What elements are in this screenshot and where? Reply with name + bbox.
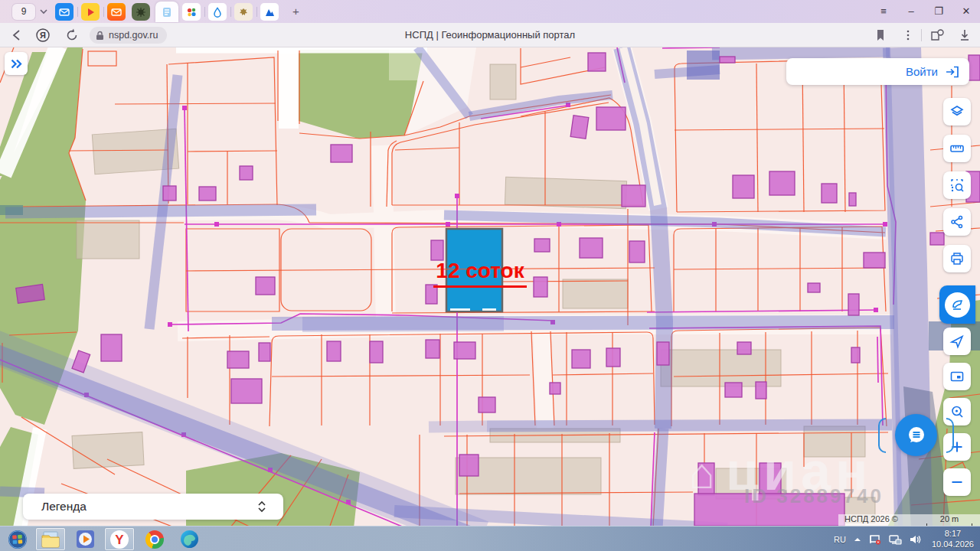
tray-expand-icon[interactable] bbox=[854, 536, 861, 543]
taskbar-chrome[interactable] bbox=[140, 528, 169, 550]
yandex-services-icon[interactable]: Я bbox=[35, 28, 51, 43]
url-field[interactable]: nspd.gov.ru bbox=[90, 27, 167, 44]
svg-text:Я: Я bbox=[40, 31, 46, 40]
login-icon bbox=[945, 65, 960, 79]
restore-button[interactable]: ❐ bbox=[925, 0, 952, 23]
layers-button[interactable] bbox=[943, 98, 971, 126]
browser-menu-icon[interactable]: ≡ bbox=[870, 0, 897, 23]
download-icon[interactable] bbox=[957, 28, 972, 43]
tab-water-drop[interactable] bbox=[208, 3, 227, 21]
draw-tool-button[interactable] bbox=[939, 285, 975, 324]
parcel-area-label: 12 соток bbox=[433, 259, 527, 288]
svg-text:Y: Y bbox=[115, 533, 124, 547]
locate-button[interactable] bbox=[943, 328, 971, 355]
taskbar-explorer[interactable] bbox=[36, 528, 65, 550]
search-area-button[interactable] bbox=[943, 171, 971, 199]
back-icon[interactable] bbox=[9, 28, 24, 43]
tab-color-dots[interactable] bbox=[182, 3, 201, 21]
legend-panel[interactable]: Легенда bbox=[23, 494, 283, 520]
bookmark-icon[interactable] bbox=[873, 28, 888, 43]
chat-button[interactable] bbox=[895, 414, 937, 456]
browser-tab-strip: 9 + ≡ – ❐ ✕ bbox=[0, 0, 980, 23]
layers-icon bbox=[949, 104, 965, 119]
refresh-icon[interactable] bbox=[64, 28, 80, 43]
taskbar-edge[interactable] bbox=[175, 528, 204, 550]
lock-icon bbox=[96, 31, 104, 41]
url-text: nspd.gov.ru bbox=[109, 30, 158, 41]
legend-label: Легенда bbox=[41, 500, 257, 514]
volume-icon[interactable] bbox=[910, 534, 921, 545]
legend-collapse-icon[interactable] bbox=[257, 500, 266, 514]
taskbar-media-player[interactable] bbox=[70, 528, 100, 550]
windows-start-icon bbox=[8, 530, 28, 549]
minimize-button[interactable]: – bbox=[897, 0, 925, 23]
windows-taskbar: Y RU 8:17 10.04.2026 bbox=[0, 526, 980, 551]
taskbar-clock[interactable]: 8:17 10.04.2026 bbox=[932, 529, 974, 550]
tab-counter-button[interactable]: 9 bbox=[12, 4, 35, 20]
taskbar-yandex-browser[interactable]: Y bbox=[105, 528, 134, 550]
expand-chevrons-icon bbox=[9, 58, 24, 70]
nspd-favicon bbox=[158, 3, 176, 21]
tab-mail-orange[interactable] bbox=[107, 3, 126, 21]
share-icon bbox=[949, 214, 965, 230]
expand-sidebar-button[interactable] bbox=[5, 52, 28, 75]
login-panel[interactable]: Войти bbox=[786, 58, 969, 85]
print-icon bbox=[949, 251, 965, 266]
tab-blue-peak[interactable] bbox=[260, 3, 279, 21]
browser-window: 9 + ≡ – ❐ ✕ Я nspd.gov.ru НСПД | Геоинфо… bbox=[0, 0, 980, 551]
ruler-icon bbox=[949, 141, 965, 156]
edge-icon bbox=[180, 530, 199, 549]
network-icon[interactable] bbox=[889, 534, 902, 545]
search-area-icon bbox=[949, 178, 965, 193]
folder-icon bbox=[41, 530, 60, 549]
chat-arc-right bbox=[946, 418, 954, 453]
clock-date: 10.04.2026 bbox=[932, 540, 974, 550]
close-button[interactable]: ✕ bbox=[952, 0, 980, 23]
clock-time: 8:17 bbox=[932, 529, 974, 540]
overview-map-button[interactable] bbox=[943, 363, 971, 390]
minus-icon bbox=[949, 474, 965, 490]
more-options-icon[interactable] bbox=[900, 28, 916, 43]
new-tab-button[interactable]: + bbox=[288, 4, 304, 20]
tab-video[interactable] bbox=[81, 3, 100, 21]
copyright-text: НСПД 2026 © bbox=[844, 514, 898, 523]
action-center-icon[interactable] bbox=[869, 534, 881, 545]
start-button[interactable] bbox=[3, 528, 32, 550]
media-player-icon bbox=[76, 530, 95, 549]
browser-address-bar: Я nspd.gov.ru НСПД | Геоинформационный п… bbox=[0, 23, 980, 47]
cian-watermark-logo: ⌂ bbox=[689, 448, 715, 498]
language-indicator[interactable]: RU bbox=[834, 535, 846, 544]
yandex-browser-icon: Y bbox=[109, 530, 129, 549]
print-button[interactable] bbox=[943, 245, 971, 272]
tab-mail[interactable] bbox=[55, 3, 74, 21]
zoom-out-button[interactable] bbox=[943, 468, 971, 496]
cian-watermark-id: ID 32889740 bbox=[744, 484, 884, 508]
measure-button[interactable] bbox=[943, 135, 971, 162]
chat-icon bbox=[905, 424, 928, 447]
share-button[interactable] bbox=[943, 208, 971, 236]
navigation-arrow-icon bbox=[949, 334, 965, 349]
tabs-dropdown-icon[interactable] bbox=[38, 8, 49, 15]
overview-map-icon bbox=[949, 369, 965, 384]
draw-tool-icon bbox=[945, 292, 970, 318]
chrome-icon bbox=[145, 530, 164, 549]
collections-icon[interactable] bbox=[929, 28, 945, 43]
login-label[interactable]: Войти bbox=[906, 65, 938, 78]
page-title: НСПД | Геоинформационный портал bbox=[260, 23, 720, 47]
search-location-icon bbox=[949, 404, 965, 419]
tab-dark-app[interactable] bbox=[132, 3, 150, 21]
tab-gov-emblem[interactable] bbox=[234, 3, 253, 21]
chat-arc-left bbox=[878, 418, 886, 453]
